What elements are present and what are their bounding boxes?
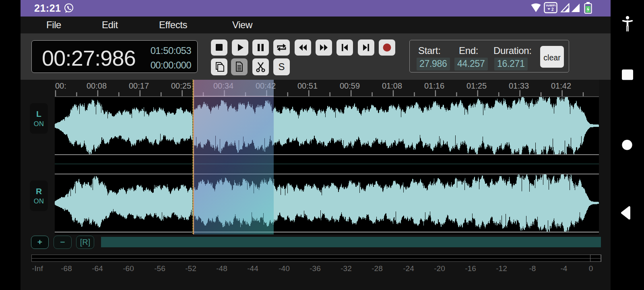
svg-text:00:: 00: — [55, 81, 66, 90]
svg-text:00:59: 00:59 — [340, 81, 360, 90]
svg-text:00:17: 00:17 — [129, 81, 149, 90]
svg-text:01:33: 01:33 — [509, 81, 529, 90]
svg-text:VoWiFi: VoWiFi — [546, 4, 555, 7]
svg-text:00:51: 00:51 — [297, 81, 318, 90]
svg-text:00:08: 00:08 — [87, 81, 107, 90]
svg-text:00:25: 00:25 — [171, 81, 191, 90]
svg-text:01:42: 01:42 — [551, 81, 571, 90]
svg-text:01:16: 01:16 — [424, 81, 444, 90]
svg-text:01:25: 01:25 — [466, 81, 487, 90]
svg-text:2: 2 — [551, 7, 554, 12]
svg-text:01:08: 01:08 — [382, 81, 402, 90]
